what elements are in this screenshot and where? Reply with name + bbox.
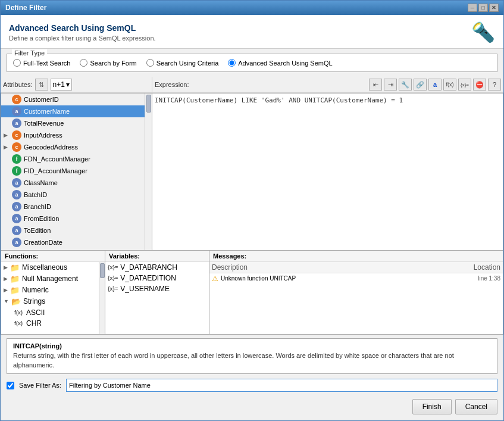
sub-panels-row: Functions: ▶ 📁 Miscellaneous ▶ 📁 Null Ma… [1,251,503,335]
attr-item-batchid[interactable]: a BatchID [1,189,145,201]
header-section: Advanced Search Using SemQL Define a com… [1,15,503,49]
header-description: Define a complex filter using a SemQL ex… [9,35,156,42]
info-section: INITCAP(string) Returns string, with the… [7,338,497,374]
full-text-search-radio[interactable] [13,59,21,67]
func-folder-null[interactable]: ▶ 📁 Null Management [1,273,99,285]
title-bar-text: Define Filter [5,4,46,12]
error-button[interactable]: ⛔ [473,79,486,91]
help-button[interactable]: ? [488,79,501,91]
attr-name-customerid: CustomerID [24,96,59,103]
attr-icon-fdn: f [12,154,21,164]
attr-item-totalrevenue[interactable]: a TotalRevenue [1,117,145,129]
tool-button[interactable]: 🔧 [399,79,412,91]
func-folder-miscellaneous[interactable]: ▶ 📁 Miscellaneous [1,262,99,273]
functions-scrollbar[interactable] [99,262,105,335]
attr-item-fromedition[interactable]: a FromEdition [1,213,145,224]
func-badge-ascii: f(x) [14,310,23,316]
messages-panel: Messages: Description Location ⚠ Unknown… [209,251,503,335]
attr-name-fromedition: FromEdition [24,215,59,222]
minimize-button[interactable]: ─ [468,4,477,12]
attr-name-fdn: FDN_AccountManager [24,155,90,163]
functions-panel: Functions: ▶ 📁 Miscellaneous ▶ 📁 Null Ma… [1,251,105,335]
attr-name-classname: ClassName [24,179,58,186]
attr-icon-branchid: a [12,202,21,211]
finish-button[interactable]: Finish [412,399,452,414]
indent-left-button[interactable]: ⇤ [369,79,382,91]
maximize-button[interactable]: □ [478,4,488,12]
attr-item-inputaddress[interactable]: ▶ c InputAddress [1,129,145,141]
variables-header: Variables: [105,251,209,262]
folder-icon-numeric: 📁 [10,286,20,295]
search-using-criteria-option[interactable]: Search Using Criteria [146,59,219,67]
messages-header: Messages: [209,251,503,262]
footer-row: Finish Cancel [1,394,503,420]
func-folder-strings[interactable]: ▼ 📂 Strings [1,296,99,307]
func-folder-numeric[interactable]: ▶ 📁 Numeric [1,285,99,296]
define-filter-dialog: Define Filter ─ □ ✕ Advanced Search Usin… [0,0,504,421]
info-title: INITCAP(string) [13,342,491,350]
expression-value: INITCAP(CustomerName) LIKE 'Gad%' AND UN… [155,96,403,104]
combined-toolbar: Attributes: ⇅ n+1 ▾ Expression: ⇤ ⇥ 🔧 🔗 … [1,77,503,93]
variables-list: {x}= V_DATABRANCH {x}= V_DATAEDITION {x}… [105,262,209,294]
advanced-semql-option[interactable]: Advanced Search Using SemQL [228,59,332,67]
expand-geocodedaddress: ▶ [4,144,10,150]
attr-item-branchid[interactable]: a BranchID [1,201,145,213]
advanced-semql-radio[interactable] [228,59,236,67]
indent-right-button[interactable]: ⇥ [384,79,397,91]
var-item-username[interactable]: {x}= V_USERNAME [105,283,209,294]
sort-button[interactable]: ⇅ [35,79,48,91]
fx-button[interactable]: f(x) [443,79,456,91]
message-item-0: ⚠ Unknown function UNITCAP line 1:38 [209,273,503,284]
func-item-ascii[interactable]: f(x) ASCII [1,307,99,318]
info-description: Returns string, with the first letter of… [13,351,491,370]
xeq-button[interactable]: {x}= [458,79,471,91]
attr-item-customername[interactable]: a CustomerName [1,105,145,117]
func-name-chr: CHR [26,319,42,328]
var-badge-dataedition: {x}= [108,275,118,281]
attr-name-branchid: BranchID [24,203,51,210]
search-by-form-radio[interactable] [80,59,87,67]
attr-icon-fid: f [12,166,21,176]
attributes-panel: c CustomerID a CustomerName a TotalReven… [1,93,152,251]
save-label: Save Filter As: [19,382,61,389]
save-checkbox[interactable] [7,382,14,389]
cancel-button[interactable]: Cancel [455,399,497,414]
attr-item-classname[interactable]: a ClassName [1,177,145,189]
func-item-chr[interactable]: f(x) CHR [1,318,99,329]
full-text-search-option[interactable]: Full-Text Search [13,59,70,67]
close-button[interactable]: ✕ [489,4,499,12]
variables-panel: Variables: {x}= V_DATABRANCH {x}= V_DATA… [105,251,209,335]
expand-inputaddress: ▶ [4,132,10,138]
functions-header: Functions: [1,251,105,262]
attr-item-creationdate[interactable]: a CreationDate [1,236,145,248]
a-button[interactable]: a [428,79,442,91]
messages-desc-col-header: Description [212,263,465,272]
save-input[interactable] [66,379,497,392]
n1-label: n+1 [53,80,65,89]
search-using-criteria-label: Search Using Criteria [156,60,219,67]
message-text-0: Unknown function UNITCAP [221,275,462,282]
attributes-scrollbar[interactable] [145,93,152,250]
expand-arrow-strings: ▼ [4,298,9,304]
link-button[interactable]: 🔗 [414,79,427,91]
folder-icon-null: 📁 [10,275,20,283]
attr-item-toedition[interactable]: a ToEdition [1,224,145,236]
attr-item-customerid[interactable]: c CustomerID [1,93,145,105]
attr-item-fid-accountmanager[interactable]: f FID_AccountManager [1,165,145,177]
func-folder-strings-label: Strings [23,297,45,305]
search-using-criteria-radio[interactable] [146,59,154,67]
title-bar: Define Filter ─ □ ✕ [1,1,503,15]
func-folder-misc-label: Miscellaneous [22,263,67,272]
search-by-form-option[interactable]: Search by Form [80,59,136,67]
attr-item-fdn-accountmanager[interactable]: f FDN_AccountManager [1,153,145,165]
warning-icon: ⚠ [212,275,218,283]
attr-item-geocodedaddress[interactable]: ▶ c GeocodedAddress [1,141,145,153]
func-folder-null-label: Null Management [22,275,78,283]
var-item-databranch[interactable]: {x}= V_DATABRANCH [105,262,209,273]
expression-panel[interactable]: INITCAP(CustomerName) LIKE 'Gad%' AND UN… [152,93,503,251]
var-item-dataedition[interactable]: {x}= V_DATAEDITION [105,273,209,283]
var-name-databranch: V_DATABRANCH [120,263,177,272]
n1-dropdown[interactable]: n+1 ▾ [51,79,72,91]
expression-label: Expression: [155,81,189,88]
attr-icon-toedition: a [12,226,21,235]
